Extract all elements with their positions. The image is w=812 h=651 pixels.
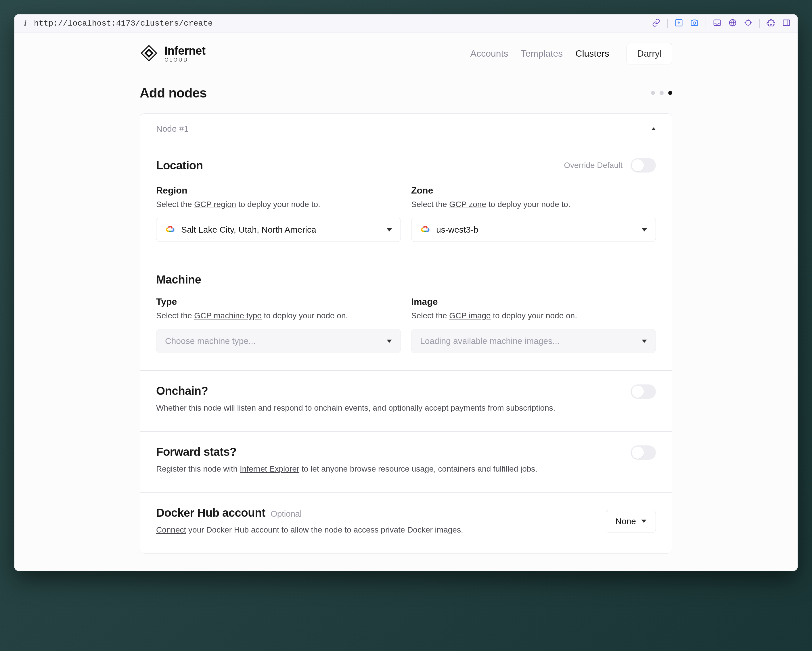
type-field: Type Select the GCP machine type to depl… xyxy=(156,296,401,353)
panel-icon[interactable] xyxy=(782,18,791,28)
nav-templates[interactable]: Templates xyxy=(521,48,563,59)
browser-window: i http://localhost:4173/clusters/create xyxy=(14,14,798,571)
zone-label: Zone xyxy=(411,185,656,196)
machine-section: Machine Type Select the GCP machine type… xyxy=(140,259,672,371)
type-label: Type xyxy=(156,296,401,307)
machine-type-select[interactable]: Choose machine type... xyxy=(156,329,401,353)
image-field: Image Select the GCP image to deploy you… xyxy=(411,296,656,353)
chevron-down-icon xyxy=(642,339,647,343)
region-field: Region Select the GCP region to deploy y… xyxy=(156,185,401,242)
gcp-zone-link[interactable]: GCP zone xyxy=(449,200,486,209)
brand-sub: CLOUD xyxy=(165,57,206,63)
page-title: Add nodes xyxy=(140,85,651,101)
user-menu-button[interactable]: Darryl xyxy=(627,43,672,64)
svg-rect-5 xyxy=(783,20,790,26)
location-title: Location xyxy=(156,159,564,172)
gcp-region-link[interactable]: GCP region xyxy=(194,200,236,209)
gcp-icon xyxy=(420,225,430,235)
step-dot-2[interactable] xyxy=(659,91,664,95)
chevron-down-icon xyxy=(387,339,392,343)
inbox-icon[interactable] xyxy=(713,18,722,28)
zone-select[interactable]: us-west3-b xyxy=(411,218,656,242)
target-icon[interactable] xyxy=(744,18,752,28)
gcp-machine-type-link[interactable]: GCP machine type xyxy=(194,311,262,320)
forward-stats-desc: Register this node with Infernet Explore… xyxy=(156,463,619,475)
image-help: Select the GCP image to deploy your node… xyxy=(411,311,656,320)
url-text[interactable]: http://localhost:4173/clusters/create xyxy=(34,19,647,28)
machine-title: Machine xyxy=(156,273,656,286)
browser-toolbar-icons xyxy=(652,18,791,28)
forward-stats-title: Forward stats? xyxy=(156,445,619,458)
machine-image-select[interactable]: Loading available machine images... xyxy=(411,329,656,353)
override-default-toggle[interactable] xyxy=(630,158,656,173)
globe-icon[interactable] xyxy=(728,18,737,28)
step-indicator xyxy=(651,91,672,95)
node-card: Node #1 Location Override Default xyxy=(140,113,672,553)
docker-account-select[interactable]: None xyxy=(606,510,656,533)
app-header: Infernet CLOUD Accounts Templates Cluste… xyxy=(140,32,672,75)
chevron-down-icon xyxy=(642,228,647,231)
browser-address-bar: i http://localhost:4173/clusters/create xyxy=(14,14,798,32)
toggle-knob xyxy=(632,386,644,398)
chevron-down-icon xyxy=(641,520,646,523)
svg-point-1 xyxy=(693,22,696,24)
forward-stats-section: Forward stats? Register this node with I… xyxy=(140,432,672,492)
connect-docker-link[interactable]: Connect xyxy=(156,525,186,534)
docker-title: Docker Hub account Optional xyxy=(156,506,594,519)
node-card-header[interactable]: Node #1 xyxy=(140,113,672,144)
link-icon[interactable] xyxy=(652,18,661,28)
zone-field: Zone Select the GCP zone to deploy your … xyxy=(411,185,656,242)
override-default-label: Override Default xyxy=(564,161,623,170)
docker-desc: Connect your Docker Hub account to allow… xyxy=(156,524,594,536)
region-help: Select the GCP region to deploy your nod… xyxy=(156,200,401,209)
zone-value: us-west3-b xyxy=(436,225,635,235)
region-value: Salt Lake City, Utah, North America xyxy=(181,225,380,235)
location-section: Location Override Default Region xyxy=(140,144,672,259)
svg-point-4 xyxy=(746,20,751,25)
node-card-title: Node #1 xyxy=(156,124,651,134)
toggle-knob xyxy=(632,446,644,458)
machine-image-placeholder: Loading available machine images... xyxy=(420,336,635,346)
machine-type-placeholder: Choose machine type... xyxy=(165,336,380,346)
chevron-up-icon xyxy=(651,127,656,130)
region-select[interactable]: Salt Lake City, Utah, North America xyxy=(156,218,401,242)
logo-icon xyxy=(140,44,158,64)
docker-section: Docker Hub account Optional Connect your… xyxy=(140,492,672,553)
page-content: Infernet CLOUD Accounts Templates Cluste… xyxy=(14,32,798,571)
onchain-title: Onchain? xyxy=(156,384,619,397)
toggle-knob xyxy=(632,159,644,171)
step-dot-3[interactable] xyxy=(668,91,672,95)
optional-tag: Optional xyxy=(270,509,302,519)
brand-title: Infernet xyxy=(165,44,206,57)
nav-accounts[interactable]: Accounts xyxy=(470,48,508,59)
image-label: Image xyxy=(411,296,656,307)
logo[interactable]: Infernet CLOUD xyxy=(140,44,470,64)
region-label: Region xyxy=(156,185,401,196)
infernet-explorer-link[interactable]: Infernet Explorer xyxy=(240,465,299,473)
onchain-section: Onchain? Whether this node will listen a… xyxy=(140,371,672,432)
docker-account-value: None xyxy=(615,517,636,526)
gcp-icon xyxy=(165,225,175,235)
info-icon[interactable]: i xyxy=(21,19,29,28)
zone-help: Select the GCP zone to deploy your node … xyxy=(411,200,656,209)
svg-rect-2 xyxy=(714,20,720,26)
main-nav: Accounts Templates Clusters Darryl xyxy=(470,43,672,64)
type-help: Select the GCP machine type to deploy yo… xyxy=(156,311,401,320)
extension-icon[interactable] xyxy=(766,18,775,28)
step-dot-1[interactable] xyxy=(651,91,655,95)
page-heading-row: Add nodes xyxy=(140,75,672,113)
onchain-desc: Whether this node will listen and respon… xyxy=(156,402,619,414)
camera-icon[interactable] xyxy=(690,18,699,28)
download-icon[interactable] xyxy=(675,18,683,28)
chevron-down-icon xyxy=(387,228,392,231)
main: Add nodes Node #1 Location xyxy=(140,75,672,571)
onchain-toggle[interactable] xyxy=(630,384,656,399)
nav-clusters[interactable]: Clusters xyxy=(575,48,609,59)
gcp-image-link[interactable]: GCP image xyxy=(449,311,490,320)
forward-stats-toggle[interactable] xyxy=(630,445,656,460)
